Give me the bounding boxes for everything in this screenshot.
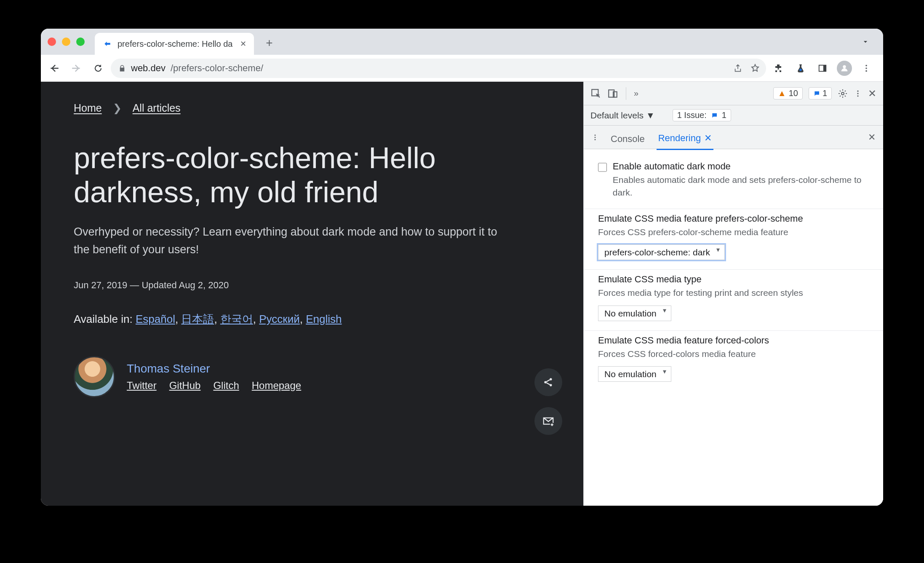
author-github[interactable]: GitHub [169,380,201,391]
svg-point-4 [865,64,867,66]
option-desc: Forces CSS forced-colors media feature [598,348,869,360]
svg-rect-2 [823,65,826,71]
enable-dark-mode-checkbox[interactable] [598,163,607,172]
option-title: Emulate CSS media feature forced-colors [598,335,869,346]
author-twitter[interactable]: Twitter [127,380,157,391]
author-glitch[interactable]: Glitch [213,380,239,391]
issues-pill[interactable]: 1 Issue: 1 [673,109,731,121]
zoom-window-button[interactable] [76,38,85,46]
svg-point-20 [595,139,596,140]
device-toolbar-icon[interactable] [607,88,618,99]
omnibox[interactable]: web.dev/prefers-color-scheme/ [111,59,766,78]
tab-title: prefers-color-scheme: Hello da [118,39,232,49]
inspect-icon[interactable] [590,88,601,99]
tab-close-icon[interactable]: ✕ [704,133,712,143]
window-controls [48,38,85,46]
svg-point-8 [550,378,552,380]
media-type-select[interactable]: No emulation [598,306,671,321]
tabstrip: prefers-color-scheme: Hello da ✕ + [41,29,883,55]
svg-point-19 [595,137,596,138]
page-dates: Jun 27, 2019 — Updated Aug 2, 2020 [74,280,550,291]
close-window-button[interactable] [48,38,56,46]
warnings-badge[interactable]: ▲ 10 [773,87,803,99]
avatar-icon [837,61,852,76]
browser-tab[interactable]: prefers-color-scheme: Hello da ✕ [95,33,254,55]
svg-point-5 [865,67,867,69]
author-block: Thomas Steiner Twitter GitHub Glitch Hom… [74,356,550,397]
svg-point-6 [865,70,867,72]
labs-button[interactable] [791,59,810,78]
author-homepage[interactable]: Homepage [252,380,301,391]
drawer-tabs: Console Rendering✕ ✕ [584,126,883,149]
breadcrumb-home[interactable]: Home [74,102,102,114]
messages-badge[interactable]: 1 [809,87,832,99]
svg-point-9 [550,384,552,386]
drawer-close-icon[interactable]: ✕ [868,132,876,143]
tab-favicon [102,39,112,49]
option-title: Enable automatic dark mode [613,161,869,172]
option-title: Emulate CSS media type [598,274,869,285]
svg-point-7 [544,381,546,383]
devtools: » ▲ 10 1 ✕ [583,82,883,506]
lock-icon [118,64,126,72]
author-photo [74,356,115,397]
side-panel-button[interactable] [813,59,832,78]
option-title: Emulate CSS media feature prefers-color-… [598,213,869,224]
devtools-close-icon[interactable]: ✕ [868,88,876,99]
breadcrumb: Home ❯ All articles [74,102,550,114]
language-list: Available in: Español, 日本語, 한국어, Русский… [74,312,550,327]
svg-point-17 [857,95,858,97]
drawer-menu-icon[interactable] [591,134,599,141]
lang-en[interactable]: English [306,313,342,325]
enable-dark-mode-option[interactable]: Enable automatic dark mode Enables autom… [598,161,869,199]
page-title: prefers-color-scheme: Hello darkness, my… [74,141,550,209]
settings-icon[interactable] [838,88,848,99]
share-fab[interactable] [534,368,562,396]
lang-ru[interactable]: Русский [259,313,299,325]
minimize-window-button[interactable] [62,38,70,46]
new-tab-button[interactable]: + [260,34,278,52]
chevron-right-icon: ❯ [113,102,122,114]
messages-count: 1 [823,88,827,98]
chrome-menu-button[interactable] [857,59,876,78]
option-desc: Enables automatic dark mode and sets pre… [613,174,869,199]
profile-button[interactable] [835,59,854,78]
devtools-menu-icon[interactable] [854,89,862,98]
console-filter-bar: Default levels ▼ 1 Issue: 1 [584,105,883,126]
nav-forward-button[interactable] [67,59,85,78]
svg-point-16 [857,93,858,94]
bookmark-star-icon[interactable] [750,63,760,73]
nav-back-button[interactable] [45,59,64,78]
reload-button[interactable] [89,59,107,78]
forced-colors-select[interactable]: No emulation [598,366,671,382]
lang-es[interactable]: Español [136,313,175,325]
language-label: Available in: [74,313,136,325]
browser-toolbar: web.dev/prefers-color-scheme/ [41,55,883,82]
lang-ja[interactable]: 日本語 [181,313,214,325]
log-levels-dropdown[interactable]: Default levels ▼ [590,110,655,121]
prefers-color-scheme-select[interactable]: prefers-color-scheme: dark [598,244,725,260]
subscribe-fab[interactable] [534,407,562,435]
lang-ko[interactable]: 한국어 [220,313,253,325]
url-path: /prefers-color-scheme/ [171,63,263,74]
warning-icon: ▲ [778,88,786,98]
tab-rendering[interactable]: Rendering✕ [657,133,714,150]
author-name[interactable]: Thomas Steiner [127,362,210,375]
panel-overflow-icon[interactable]: » [634,88,638,98]
svg-point-3 [843,65,846,68]
breadcrumb-all-articles[interactable]: All articles [133,102,181,114]
tab-console[interactable]: Console [609,134,646,150]
svg-point-18 [595,134,596,136]
svg-point-0 [799,68,802,71]
svg-point-14 [841,92,844,95]
extensions-button[interactable] [769,59,788,78]
tabs-overflow-button[interactable] [856,32,875,51]
page-subtitle: Overhyped or necessity? Learn everything… [74,223,512,259]
message-icon [711,112,718,119]
option-desc: Forces media type for testing print and … [598,287,869,299]
devtools-toolbar: » ▲ 10 1 ✕ [584,82,883,105]
chrome-window: prefers-color-scheme: Hello da ✕ + web.d… [41,29,883,506]
tab-close-icon[interactable]: ✕ [240,39,246,48]
option-desc: Forces CSS prefers-color-scheme media fe… [598,226,869,239]
share-icon[interactable] [733,64,742,73]
